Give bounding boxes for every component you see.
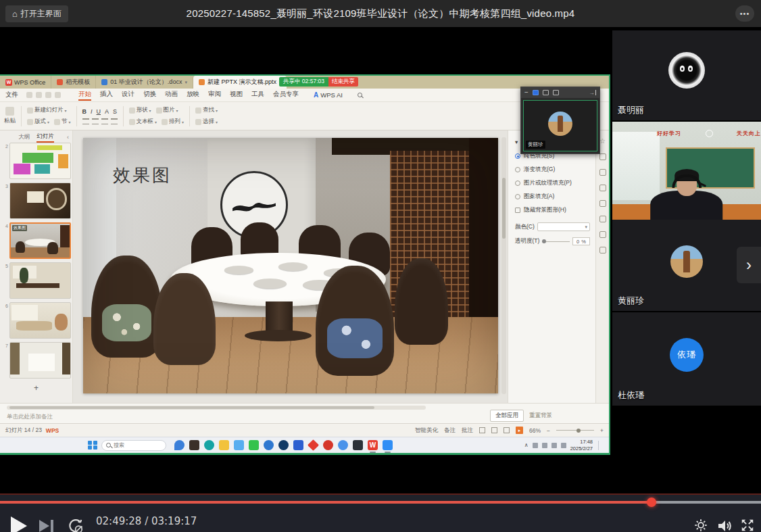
align-right-button[interactable] bbox=[101, 118, 108, 124]
slide-thumbnail-dining-selected[interactable]: 效果图 bbox=[9, 222, 71, 259]
stop-sharing-button[interactable]: 结束共享 bbox=[328, 77, 358, 87]
tray-expand-icon[interactable]: ∧ bbox=[524, 442, 529, 448]
search-icon[interactable] bbox=[358, 93, 362, 97]
slide-editor[interactable]: 效果图 bbox=[73, 130, 508, 403]
slide-thumbnail-interior-plant[interactable] bbox=[9, 262, 71, 299]
mic-tray-icon[interactable] bbox=[533, 443, 538, 448]
help-icon[interactable] bbox=[599, 216, 606, 222]
option-picture-fill[interactable]: 图片或纹理填充(P) bbox=[515, 179, 590, 187]
strike-button[interactable]: S bbox=[113, 108, 117, 115]
settings-icon[interactable] bbox=[599, 231, 606, 238]
section-button[interactable]: 节▾ bbox=[54, 118, 71, 126]
menu-animation[interactable]: 动画 bbox=[165, 90, 178, 101]
favorites-star-icon[interactable]: ☆ bbox=[599, 137, 606, 145]
shape-button[interactable]: 形状▾ bbox=[129, 106, 151, 114]
office-app-icon[interactable] bbox=[293, 440, 303, 450]
current-slide[interactable]: 效果图 bbox=[83, 138, 498, 393]
menu-member[interactable]: 会员专享 bbox=[273, 90, 299, 101]
grid-view-icon[interactable] bbox=[533, 90, 539, 95]
zoom-out-icon[interactable]: − bbox=[547, 427, 550, 434]
menu-insert[interactable]: 插入 bbox=[100, 90, 113, 101]
play-button[interactable] bbox=[11, 516, 27, 532]
taskbar-clock[interactable]: 17:48 2025/2/27 bbox=[570, 439, 593, 452]
menu-design[interactable]: 设计 bbox=[122, 90, 134, 101]
file-explorer-icon[interactable] bbox=[219, 440, 229, 450]
menu-file[interactable]: 文件 bbox=[5, 91, 18, 99]
participant-tile[interactable]: 依璠 杜依璠 bbox=[612, 312, 761, 406]
option-pattern-fill[interactable]: 图案填充(A) bbox=[515, 193, 590, 201]
animation-pane-icon[interactable] bbox=[599, 169, 606, 176]
calendar-app-icon[interactable] bbox=[234, 440, 244, 450]
volume-tray-icon[interactable] bbox=[551, 443, 557, 448]
normal-view-icon[interactable] bbox=[479, 427, 485, 433]
slide-thumbnail-floorplan[interactable] bbox=[9, 143, 71, 179]
slide-thumbnail-interior-bright[interactable] bbox=[9, 302, 71, 339]
menu-tools[interactable]: 工具 bbox=[251, 90, 264, 101]
wps-app-tab[interactable]: W WPS Office bbox=[0, 76, 51, 89]
menu-slideshow[interactable]: 放映 bbox=[187, 90, 199, 101]
browser-icon[interactable] bbox=[264, 440, 274, 450]
wechat-icon[interactable] bbox=[249, 440, 259, 450]
textbox-button[interactable]: 文本框▾ bbox=[129, 118, 157, 126]
menu-review[interactable]: 审阅 bbox=[208, 90, 221, 101]
diamond-app-icon[interactable] bbox=[308, 439, 319, 451]
fullscreen-button[interactable] bbox=[740, 518, 755, 532]
tab-outline[interactable]: 大纲 bbox=[18, 133, 30, 141]
beautify-button[interactable]: 智能美化 bbox=[415, 427, 438, 435]
selection-pane-icon[interactable] bbox=[599, 185, 606, 191]
arrange-button[interactable]: 排列▾ bbox=[162, 118, 184, 126]
open-main-screen-button[interactable]: ⌂ 打开主界面 bbox=[5, 5, 68, 22]
sorter-view-icon[interactable] bbox=[491, 427, 497, 433]
redo-icon[interactable] bbox=[55, 92, 61, 98]
editor-vertical-scrollbar[interactable] bbox=[501, 137, 506, 394]
slide-thumbnail-room[interactable] bbox=[9, 342, 71, 379]
menu-home[interactable]: 开始 bbox=[78, 90, 91, 101]
wps-taskbar-icon[interactable]: W bbox=[368, 440, 378, 450]
option-gradient-fill[interactable]: 渐变填充(G) bbox=[515, 166, 590, 174]
bold-button[interactable]: B bbox=[82, 108, 87, 115]
picture-button[interactable]: 图片▾ bbox=[156, 106, 178, 114]
reset-background-button[interactable]: 重置背景 bbox=[529, 412, 552, 420]
participant-tile-camera[interactable]: 好好学习 天天向上 bbox=[612, 122, 761, 220]
more-options-button[interactable]: ••• bbox=[735, 5, 754, 22]
cloud-drive-icon[interactable] bbox=[338, 440, 348, 450]
font-color-button[interactable]: A bbox=[105, 108, 109, 115]
more-tools-icon[interactable] bbox=[599, 247, 606, 253]
battery-tray-icon[interactable] bbox=[561, 443, 566, 448]
photos-app-icon[interactable] bbox=[189, 440, 199, 450]
align-left-button[interactable] bbox=[82, 118, 89, 124]
find-button[interactable]: 查找▾ bbox=[195, 106, 218, 114]
tab-slides[interactable]: 幻灯片 bbox=[36, 132, 54, 143]
progress-handle[interactable] bbox=[647, 498, 656, 507]
align-center-button[interactable] bbox=[92, 118, 99, 124]
volume-button[interactable] bbox=[716, 518, 733, 532]
italic-button[interactable]: I bbox=[91, 108, 93, 115]
notes-button[interactable]: 备注 bbox=[444, 427, 456, 435]
reading-view-icon[interactable] bbox=[504, 427, 510, 433]
align-justify-button[interactable] bbox=[111, 118, 118, 124]
menu-view[interactable]: 视图 bbox=[230, 90, 243, 101]
underline-button[interactable]: U bbox=[97, 108, 101, 115]
participant-tile[interactable]: 聂明丽 bbox=[612, 30, 761, 120]
meeting-floating-window[interactable]: − → 黄丽珍 bbox=[520, 87, 600, 154]
properties-icon[interactable] bbox=[599, 153, 606, 160]
notes-placeholder[interactable]: 单击此处添加备注 bbox=[7, 413, 53, 421]
tab-docer-template[interactable]: 稻壳模板 bbox=[51, 76, 95, 89]
notification-center-icon[interactable] bbox=[598, 441, 605, 450]
slide-title-text[interactable]: 效果图 bbox=[113, 164, 172, 187]
phone-app-icon[interactable] bbox=[204, 440, 214, 450]
option-hide-background[interactable]: 隐藏背景图形(H) bbox=[515, 206, 590, 214]
horizontal-scrollbar[interactable] bbox=[7, 406, 426, 410]
transparency-slider[interactable] bbox=[542, 241, 570, 242]
tim-app-icon[interactable] bbox=[323, 440, 333, 450]
wps-ai-menu[interactable]: A WPS AI bbox=[314, 91, 343, 99]
floating-video-tile[interactable]: 黄丽珍 bbox=[523, 100, 597, 151]
section-caret-icon[interactable]: ▾ bbox=[515, 139, 518, 145]
network-tray-icon[interactable] bbox=[542, 443, 547, 448]
select-button[interactable]: 选择▾ bbox=[195, 118, 218, 126]
new-slide-button[interactable]: 新建幻灯片▾ bbox=[27, 106, 71, 114]
add-slide-button[interactable]: + bbox=[1, 382, 71, 394]
slide-thumbnail-interior-dark[interactable] bbox=[9, 183, 71, 219]
menu-transition[interactable]: 切换 bbox=[143, 90, 156, 101]
undo-icon[interactable] bbox=[45, 92, 51, 98]
